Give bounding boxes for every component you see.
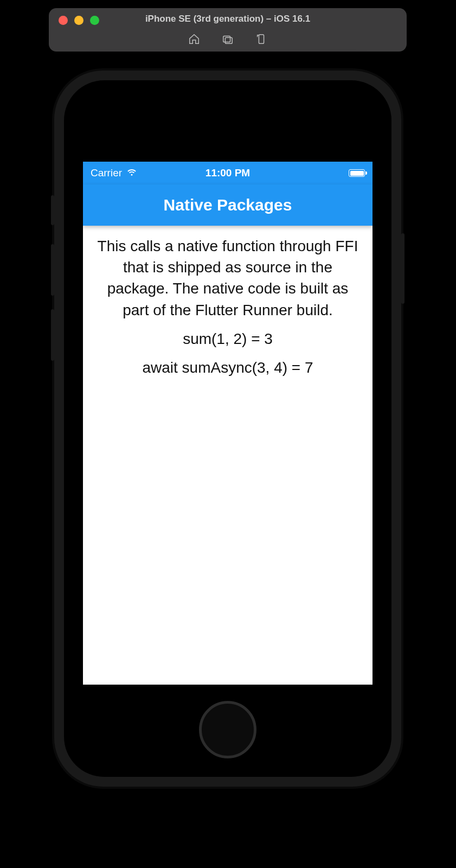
power-button[interactable] [401, 233, 404, 304]
screenshot-icon[interactable] [222, 33, 234, 47]
simulator-toolbar [49, 33, 407, 47]
status-time: 11:00 PM [83, 167, 372, 179]
volume-up-button[interactable] [51, 244, 54, 296]
home-icon[interactable] [188, 33, 200, 47]
battery-icon [349, 169, 365, 177]
simulator-title: iPhone SE (3rd generation) – iOS 16.1 [49, 14, 407, 24]
svg-rect-2 [259, 35, 264, 44]
sum-async-result-text: await sumAsync(3, 4) = 7 [93, 357, 363, 378]
svg-rect-0 [223, 36, 230, 42]
volume-down-button[interactable] [51, 309, 54, 361]
app-bar: Native Packages [83, 184, 372, 226]
home-button[interactable] [199, 701, 256, 758]
simulator-titlebar: iPhone SE (3rd generation) – iOS 16.1 [49, 8, 407, 52]
phone-frame: DEBUG Carrier 11:00 PM N [54, 71, 401, 787]
mute-switch[interactable] [51, 195, 54, 225]
rotate-icon[interactable] [255, 33, 267, 47]
svg-rect-1 [225, 37, 232, 43]
status-bar: Carrier 11:00 PM [83, 162, 372, 184]
app-bar-title: Native Packages [164, 196, 292, 214]
phone-screen: DEBUG Carrier 11:00 PM N [83, 162, 372, 685]
phone-bezel: DEBUG Carrier 11:00 PM N [64, 80, 391, 777]
app-body: This calls a native function through FFI… [83, 226, 372, 395]
sum-result-text: sum(1, 2) = 3 [93, 328, 363, 349]
description-text: This calls a native function through FFI… [93, 235, 363, 321]
